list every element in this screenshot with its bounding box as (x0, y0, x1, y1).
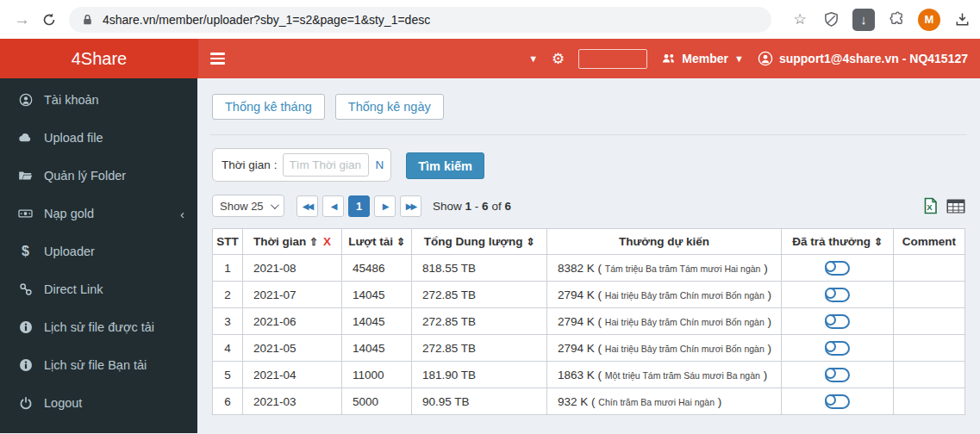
sidebar-item-quan-ly-folder[interactable]: Quản lý Folder (0, 157, 197, 195)
header-thuong-du-kien: Thưởng dự kiến (547, 229, 782, 255)
time-filter-input[interactable] (283, 153, 369, 177)
cloud-icon (18, 131, 33, 145)
cell-reward: 2794 K ( Hai triệu Bảy trăm Chín mươi Bố… (547, 335, 782, 362)
pager-next-button[interactable]: ▶ (374, 195, 396, 217)
header-thoi-gian[interactable]: Thời gian ⇧ X (243, 229, 342, 255)
header-da-tra-thuong[interactable]: Đã trả thưởng ⇕ (782, 229, 894, 255)
cell-paid (782, 255, 894, 282)
info-icon (18, 358, 33, 372)
cell-period: 2021-03 (243, 388, 342, 415)
cell-stt: 1 (213, 255, 243, 282)
header-comment: Comment (894, 229, 965, 255)
cell-stt: 5 (213, 362, 243, 388)
top-navbar: ▼ ⚙ Member ▼ support1@4share. (198, 39, 980, 78)
cell-comment (894, 282, 965, 308)
info-icon (18, 320, 33, 334)
sidebar-item-label: Nạp gold (44, 207, 94, 220)
table-row: 6 2021-03 5000 90.95 TB 932 K ( Chín tră… (213, 388, 965, 415)
app-logo[interactable]: 4Share (0, 39, 198, 78)
banknote-icon (18, 207, 33, 220)
cell-reward: 2794 K ( Hai triệu Bảy trăm Chín mươi Bố… (547, 282, 782, 308)
shield-icon[interactable] (821, 10, 840, 29)
chevron-down-icon (271, 201, 279, 209)
cell-stt: 4 (213, 335, 243, 362)
table-header-row: STT Thời gian ⇧ X Lượt tải ⇕ Tổng Dung l… (213, 229, 965, 255)
table-row: 1 2021-08 45486 818.55 TB 8382 K ( Tám t… (213, 255, 965, 282)
cell-reward: 932 K ( Chín trăm Ba mươi Hai ngàn ) (547, 388, 782, 415)
sidebar-item-label: Direct Link (44, 282, 103, 296)
power-icon (18, 396, 33, 410)
sidebar-item-label: Tài khoản (44, 93, 99, 107)
sidebar-item-lich-su-file-ban-tai[interactable]: Lịch sử file Bạn tải (0, 346, 197, 384)
pager-last-button[interactable]: ▶▶ (400, 195, 421, 217)
cell-size: 272.85 TB (412, 282, 547, 308)
sidebar-item-label: Quản lý Folder (44, 169, 126, 183)
export-excel-icon[interactable]: X (922, 197, 939, 214)
sidebar-item-direct-link[interactable]: Direct Link (0, 270, 197, 308)
time-filter-group: Thời gian : N (212, 148, 391, 182)
table-row: 5 2021-04 11000 181.90 TB 1863 K ( Một t… (213, 362, 965, 388)
sidebar-item-tai-khoan[interactable]: Tài khoản (0, 81, 197, 119)
pager-page-1-button[interactable]: 1 (348, 195, 370, 217)
account-menu[interactable]: support1@4share.vn - NQ415127 (758, 51, 968, 66)
cell-comment (894, 308, 965, 335)
downloads-tray-icon[interactable] (952, 10, 971, 29)
table-view-icon[interactable] (946, 199, 965, 214)
cell-reward: 8382 K ( Tám triệu Ba trăm Tám mươi Hai … (547, 255, 782, 282)
table-row: 4 2021-05 14045 272.85 TB 2794 K ( Hai t… (213, 335, 965, 362)
browser-reload-button[interactable] (39, 8, 59, 32)
cell-period: 2021-05 (243, 335, 342, 362)
page-size-value: Show 25 (220, 200, 264, 213)
divider (210, 134, 967, 135)
stats-table: STT Thời gian ⇧ X Lượt tải ⇕ Tổng Dung l… (212, 228, 965, 415)
cell-paid (782, 308, 894, 335)
sort-icon: ⇕ (874, 236, 883, 248)
cell-period: 2021-04 (243, 362, 342, 388)
lock-icon (81, 13, 94, 27)
app-header: 4Share ▼ ⚙ Member ▼ (0, 39, 980, 78)
sort-asc-icon: ⇧ (309, 236, 318, 248)
link-icon (18, 282, 33, 296)
address-bar[interactable]: 4share.vn/member/uploader?sby_1=s2&page=… (69, 7, 771, 33)
pager-first-button[interactable]: ◀◀ (296, 195, 318, 217)
member-menu[interactable]: Member ▼ (661, 52, 744, 65)
browser-forward-button[interactable]: → (12, 8, 32, 32)
sidebar-item-nap-gold[interactable]: Nạp gold ‹ (0, 195, 197, 232)
tab-thong-ke-thang[interactable]: Thống kê tháng (212, 94, 325, 120)
dropdown-caret-icon[interactable]: ▼ (528, 53, 538, 64)
header-tong-dung-luong[interactable]: Tổng Dung lượng ⇕ (412, 229, 547, 255)
table-row: 3 2021-06 14045 272.85 TB 2794 K ( Hai t… (213, 308, 965, 335)
sidebar-item-uploader[interactable]: $ Uploader (0, 232, 197, 270)
sidebar-item-logout[interactable]: Logout (0, 384, 197, 422)
navbar-search-input[interactable] (578, 49, 647, 69)
url-text: 4share.vn/member/uploader?sby_1=s2&page=… (103, 13, 430, 27)
toggle-off-icon[interactable] (825, 368, 850, 382)
sidebar-toggle-button[interactable] (198, 39, 237, 78)
toggle-off-icon[interactable] (825, 288, 850, 302)
sidebar-item-label: Uploader (44, 245, 95, 258)
gear-icon[interactable]: ⚙ (552, 50, 565, 68)
time-filter-label: Thời gian : (222, 158, 277, 171)
toggle-off-icon[interactable] (825, 394, 850, 409)
toggle-off-icon[interactable] (825, 314, 850, 329)
toggle-off-icon[interactable] (825, 341, 850, 356)
sort-clear-button[interactable]: X (323, 235, 331, 248)
browser-profile-avatar[interactable]: M (918, 9, 940, 31)
download-active-button[interactable]: ↓ (852, 9, 875, 31)
sidebar-item-lich-su-file-duoc-tai[interactable]: Lịch sử file được tải (0, 308, 197, 346)
search-button[interactable]: Tìm kiếm (406, 152, 484, 179)
pager-prev-button[interactable]: ◀ (322, 195, 344, 217)
toggle-off-icon[interactable] (825, 261, 850, 276)
filter-flag: N (375, 158, 384, 171)
cell-size: 272.85 TB (412, 335, 547, 362)
cell-paid (782, 388, 894, 415)
bookmark-star-icon[interactable]: ☆ (790, 10, 809, 29)
header-luot-tai[interactable]: Lượt tải ⇕ (342, 229, 412, 255)
cell-paid (782, 362, 894, 388)
extensions-puzzle-icon[interactable] (887, 10, 906, 29)
tab-thong-ke-ngay[interactable]: Thống kê ngày (335, 94, 444, 120)
svg-text:X: X (927, 202, 933, 212)
header-stt: STT (213, 229, 243, 255)
sidebar-item-upload-file[interactable]: Upload file (0, 119, 197, 157)
page-size-select[interactable]: Show 25 (212, 195, 284, 217)
